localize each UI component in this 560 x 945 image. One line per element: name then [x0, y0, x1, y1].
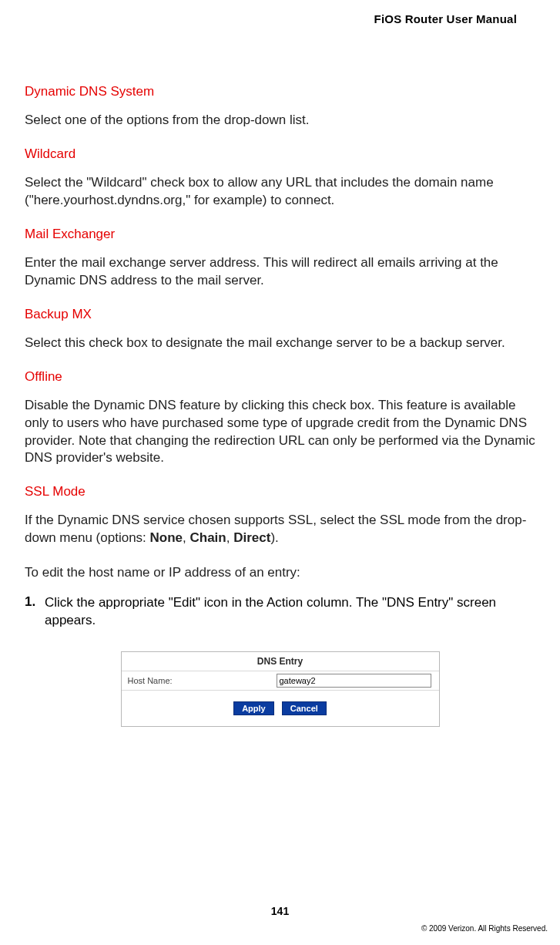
text-offline: Disable the Dynamic DNS feature by click…: [25, 397, 535, 468]
heading-backup-mx: Backup MX: [25, 307, 535, 322]
ssl-opt-chain: Chain: [190, 530, 226, 545]
heading-ssl-mode: SSL Mode: [25, 484, 535, 499]
document-title: FiOS Router User Manual: [25, 12, 535, 25]
heading-wildcard: Wildcard: [25, 146, 535, 162]
host-name-label: Host Name:: [128, 676, 277, 685]
text-ddns: Select one of the options from the drop-…: [25, 112, 535, 129]
text-ssl-mode: If the Dynamic DNS service chosen suppor…: [25, 512, 535, 547]
ssl-text-after: ).: [270, 530, 278, 545]
heading-ddns: Dynamic DNS System: [25, 84, 535, 99]
text-mail-exchanger: Enter the mail exchange server address. …: [25, 254, 535, 290]
edit-intro: To edit the host name or IP address of a…: [25, 564, 535, 582]
heading-offline: Offline: [25, 369, 535, 385]
text-backup-mx: Select this check box to designate the m…: [25, 335, 535, 352]
ssl-opt-none: None: [150, 530, 183, 545]
host-name-input[interactable]: [277, 674, 431, 688]
figure-title: DNS Entry: [122, 652, 439, 671]
dns-entry-figure: DNS Entry Host Name: Apply Cancel: [121, 651, 440, 727]
apply-button[interactable]: Apply: [233, 701, 274, 715]
ssl-opt-direct: Direct: [233, 530, 270, 545]
page-number: 141: [0, 905, 560, 917]
step-number-1: 1.: [25, 594, 45, 630]
cancel-button[interactable]: Cancel: [282, 701, 327, 715]
heading-mail-exchanger: Mail Exchanger: [25, 227, 535, 242]
step-text-1: Click the appropriate "Edit" icon in the…: [45, 594, 535, 630]
text-wildcard: Select the "Wildcard" check box to allow…: [25, 174, 535, 210]
copyright: © 2009 Verizon. All Rights Reserved.: [421, 924, 548, 933]
